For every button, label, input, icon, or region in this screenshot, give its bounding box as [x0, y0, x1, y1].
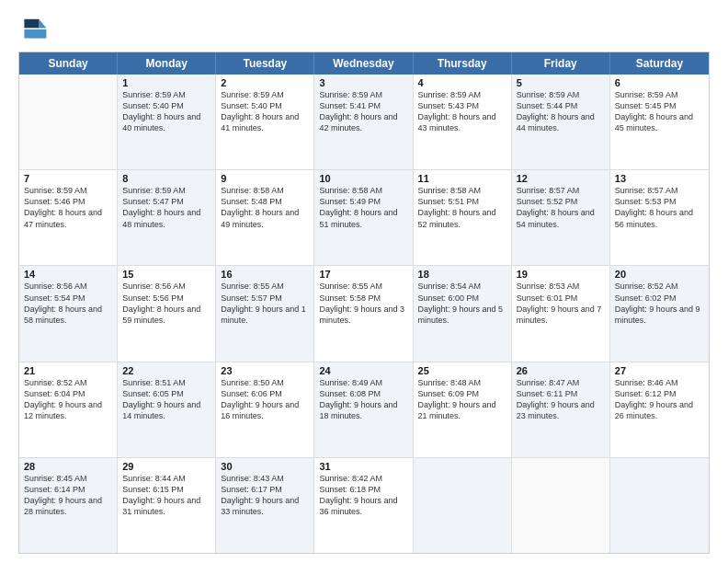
calendar-cell: 1Sunrise: 8:59 AMSunset: 5:40 PMDaylight… — [118, 75, 216, 169]
header — [18, 15, 710, 44]
day-number: 19 — [517, 269, 605, 280]
cell-info: Sunrise: 8:59 AMSunset: 5:46 PMDaylight:… — [24, 185, 112, 230]
calendar-cell: 22Sunrise: 8:51 AMSunset: 6:05 PMDayligh… — [118, 362, 216, 457]
day-number: 11 — [418, 173, 506, 184]
calendar-cell: 6Sunrise: 8:59 AMSunset: 5:45 PMDaylight… — [610, 75, 709, 169]
cal-header-day: Monday — [118, 52, 216, 75]
calendar-row: 7Sunrise: 8:59 AMSunset: 5:46 PMDaylight… — [19, 169, 709, 265]
day-number: 8 — [122, 173, 210, 184]
calendar-cell: 21Sunrise: 8:52 AMSunset: 6:04 PMDayligh… — [19, 362, 118, 457]
day-number: 31 — [319, 461, 407, 472]
calendar-cell: 24Sunrise: 8:49 AMSunset: 6:08 PMDayligh… — [314, 362, 413, 457]
day-number: 16 — [221, 269, 309, 280]
cell-info: Sunrise: 8:47 AMSunset: 6:11 PMDaylight:… — [517, 377, 605, 422]
calendar-cell: 15Sunrise: 8:56 AMSunset: 5:56 PMDayligh… — [118, 266, 216, 361]
cell-info: Sunrise: 8:45 AMSunset: 6:14 PMDaylight:… — [24, 473, 112, 518]
calendar-cell: 23Sunrise: 8:50 AMSunset: 6:06 PMDayligh… — [216, 362, 314, 457]
cell-info: Sunrise: 8:44 AMSunset: 6:15 PMDaylight:… — [122, 473, 210, 518]
calendar-cell: 11Sunrise: 8:58 AMSunset: 5:51 PMDayligh… — [414, 170, 512, 265]
calendar-body: 1Sunrise: 8:59 AMSunset: 5:40 PMDaylight… — [19, 75, 709, 553]
cell-info: Sunrise: 8:53 AMSunset: 6:01 PMDaylight:… — [517, 281, 605, 326]
calendar-header: SundayMondayTuesdayWednesdayThursdayFrid… — [19, 52, 709, 75]
cell-info: Sunrise: 8:56 AMSunset: 5:56 PMDaylight:… — [122, 281, 210, 326]
day-number: 20 — [615, 269, 704, 280]
cell-info: Sunrise: 8:54 AMSunset: 6:00 PMDaylight:… — [418, 281, 506, 326]
calendar-cell: 19Sunrise: 8:53 AMSunset: 6:01 PMDayligh… — [512, 266, 610, 361]
day-number: 5 — [517, 77, 605, 88]
cal-header-day: Saturday — [610, 52, 709, 75]
calendar-row: 1Sunrise: 8:59 AMSunset: 5:40 PMDaylight… — [19, 75, 709, 169]
svg-marker-0 — [39, 19, 46, 29]
calendar-cell: 4Sunrise: 8:59 AMSunset: 5:43 PMDaylight… — [414, 75, 512, 169]
cell-info: Sunrise: 8:56 AMSunset: 5:54 PMDaylight:… — [24, 281, 112, 326]
cell-info: Sunrise: 8:59 AMSunset: 5:45 PMDaylight:… — [615, 89, 704, 134]
cal-header-day: Wednesday — [314, 52, 413, 75]
cell-info: Sunrise: 8:59 AMSunset: 5:41 PMDaylight:… — [319, 89, 407, 134]
cell-info: Sunrise: 8:59 AMSunset: 5:43 PMDaylight:… — [418, 89, 506, 134]
calendar-cell: 8Sunrise: 8:59 AMSunset: 5:47 PMDaylight… — [118, 170, 216, 265]
cell-info: Sunrise: 8:59 AMSunset: 5:40 PMDaylight:… — [221, 89, 309, 134]
day-number: 1 — [122, 77, 210, 88]
cell-info: Sunrise: 8:58 AMSunset: 5:49 PMDaylight:… — [319, 185, 407, 230]
cal-header-day: Tuesday — [216, 52, 314, 75]
day-number: 21 — [24, 365, 112, 376]
cal-header-day: Thursday — [414, 52, 512, 75]
day-number: 18 — [418, 269, 506, 280]
cell-info: Sunrise: 8:59 AMSunset: 5:44 PMDaylight:… — [517, 89, 605, 134]
day-number: 17 — [319, 269, 407, 280]
calendar-cell: 29Sunrise: 8:44 AMSunset: 6:15 PMDayligh… — [118, 458, 216, 553]
calendar-cell: 2Sunrise: 8:59 AMSunset: 5:40 PMDaylight… — [216, 75, 314, 169]
logo — [18, 15, 51, 44]
page: SundayMondayTuesdayWednesdayThursdayFrid… — [0, 0, 728, 563]
cell-info: Sunrise: 8:46 AMSunset: 6:12 PMDaylight:… — [615, 377, 704, 422]
day-number: 12 — [517, 173, 605, 184]
cell-info: Sunrise: 8:48 AMSunset: 6:09 PMDaylight:… — [418, 377, 506, 422]
day-number: 29 — [122, 461, 210, 472]
day-number: 3 — [319, 77, 407, 88]
calendar-cell: 12Sunrise: 8:57 AMSunset: 5:52 PMDayligh… — [512, 170, 610, 265]
cell-info: Sunrise: 8:52 AMSunset: 6:04 PMDaylight:… — [24, 377, 112, 422]
calendar: SundayMondayTuesdayWednesdayThursdayFrid… — [18, 52, 710, 554]
calendar-cell: 30Sunrise: 8:43 AMSunset: 6:17 PMDayligh… — [216, 458, 314, 553]
svg-rect-1 — [24, 19, 39, 29]
calendar-cell: 9Sunrise: 8:58 AMSunset: 5:48 PMDaylight… — [216, 170, 314, 265]
calendar-cell — [512, 458, 610, 553]
calendar-cell: 28Sunrise: 8:45 AMSunset: 6:14 PMDayligh… — [19, 458, 118, 553]
day-number: 13 — [615, 173, 704, 184]
calendar-cell — [610, 458, 709, 553]
cell-info: Sunrise: 8:52 AMSunset: 6:02 PMDaylight:… — [615, 281, 704, 326]
calendar-cell — [414, 458, 512, 553]
calendar-cell: 16Sunrise: 8:55 AMSunset: 5:57 PMDayligh… — [216, 266, 314, 361]
svg-rect-2 — [24, 29, 46, 39]
cell-info: Sunrise: 8:49 AMSunset: 6:08 PMDaylight:… — [319, 377, 407, 422]
cell-info: Sunrise: 8:51 AMSunset: 6:05 PMDaylight:… — [122, 377, 210, 422]
day-number: 4 — [418, 77, 506, 88]
cell-info: Sunrise: 8:57 AMSunset: 5:53 PMDaylight:… — [615, 185, 704, 230]
cell-info: Sunrise: 8:59 AMSunset: 5:47 PMDaylight:… — [122, 185, 210, 230]
day-number: 25 — [418, 365, 506, 376]
cell-info: Sunrise: 8:50 AMSunset: 6:06 PMDaylight:… — [221, 377, 309, 422]
cal-header-day: Sunday — [19, 52, 118, 75]
cal-header-day: Friday — [512, 52, 610, 75]
day-number: 14 — [24, 269, 112, 280]
calendar-cell: 31Sunrise: 8:42 AMSunset: 6:18 PMDayligh… — [314, 458, 413, 553]
calendar-cell: 17Sunrise: 8:55 AMSunset: 5:58 PMDayligh… — [314, 266, 413, 361]
cell-info: Sunrise: 8:58 AMSunset: 5:51 PMDaylight:… — [418, 185, 506, 230]
cell-info: Sunrise: 8:55 AMSunset: 5:58 PMDaylight:… — [319, 281, 407, 326]
day-number: 6 — [615, 77, 704, 88]
calendar-cell: 13Sunrise: 8:57 AMSunset: 5:53 PMDayligh… — [610, 170, 709, 265]
calendar-cell: 25Sunrise: 8:48 AMSunset: 6:09 PMDayligh… — [414, 362, 512, 457]
calendar-cell: 5Sunrise: 8:59 AMSunset: 5:44 PMDaylight… — [512, 75, 610, 169]
cell-info: Sunrise: 8:57 AMSunset: 5:52 PMDaylight:… — [517, 185, 605, 230]
day-number: 7 — [24, 173, 112, 184]
calendar-cell: 26Sunrise: 8:47 AMSunset: 6:11 PMDayligh… — [512, 362, 610, 457]
calendar-cell: 14Sunrise: 8:56 AMSunset: 5:54 PMDayligh… — [19, 266, 118, 361]
calendar-cell — [19, 75, 118, 169]
cell-info: Sunrise: 8:59 AMSunset: 5:40 PMDaylight:… — [122, 89, 210, 134]
cell-info: Sunrise: 8:43 AMSunset: 6:17 PMDaylight:… — [221, 473, 309, 518]
calendar-cell: 7Sunrise: 8:59 AMSunset: 5:46 PMDaylight… — [19, 170, 118, 265]
day-number: 27 — [615, 365, 704, 376]
calendar-row: 14Sunrise: 8:56 AMSunset: 5:54 PMDayligh… — [19, 265, 709, 361]
calendar-row: 21Sunrise: 8:52 AMSunset: 6:04 PMDayligh… — [19, 362, 709, 457]
calendar-cell: 10Sunrise: 8:58 AMSunset: 5:49 PMDayligh… — [314, 170, 413, 265]
